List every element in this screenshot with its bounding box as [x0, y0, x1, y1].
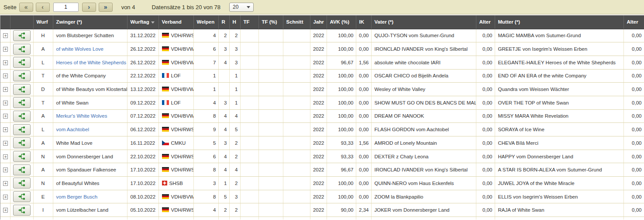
header-schnitt[interactable]: Schnitt: [283, 15, 310, 29]
mutter-cell: SORAYA of Ice Wine: [495, 123, 623, 136]
expand-row-icon[interactable]: +: [3, 127, 8, 132]
expand-row-icon[interactable]: +: [3, 168, 8, 172]
pedigree-button[interactable]: [13, 137, 31, 148]
table-row: + L Heroes of the White Shepherds 26.12.…: [0, 56, 644, 69]
r-cell: 3: [218, 136, 229, 150]
header-mutter[interactable]: Mutter (*): [495, 15, 623, 29]
page-label: Seite: [3, 4, 17, 10]
table-row: + A Merkur's White Wolves 07.12.2022 VDH…: [0, 109, 644, 123]
zwinger-link[interactable]: Heroes of the White Shepherds: [56, 60, 126, 65]
header-h[interactable]: H: [229, 15, 240, 29]
pedigree-tree-icon: [18, 113, 26, 119]
tf-cell: [240, 177, 258, 190]
zwinger-link[interactable]: vom Aachtobel: [56, 127, 89, 132]
header-tf[interactable]: TF: [240, 15, 258, 29]
expand-row-icon[interactable]: +: [3, 154, 8, 159]
expand-row-icon[interactable]: +: [3, 141, 8, 146]
expand-cell: +: [0, 42, 10, 56]
pedigree-button[interactable]: [13, 57, 31, 68]
header-welpen[interactable]: Welpen: [193, 15, 218, 29]
mutter-cell: HAPPY vom Donnersberger Land: [495, 150, 623, 163]
header-pedigree-spacer: [10, 15, 33, 29]
expand-row-icon[interactable]: +: [3, 73, 8, 78]
alter-vater-cell: 0,00: [476, 83, 495, 96]
pedigree-button[interactable]: [13, 111, 31, 122]
mutter-cell: MISSY MARA White Revelation: [495, 109, 623, 123]
welpen-cell: 6: [193, 42, 218, 56]
next-page-button[interactable]: ›: [82, 3, 96, 12]
wurftag-cell: 22.12.2022: [127, 69, 158, 83]
header-avk[interactable]: AVK (%): [327, 15, 356, 29]
expand-row-icon[interactable]: +: [3, 87, 8, 92]
pedigree-button[interactable]: [13, 178, 31, 189]
zwinger-cell: of Beautyful Whites: [53, 177, 127, 190]
pedigree-button[interactable]: [13, 124, 31, 135]
pedigree-button[interactable]: [13, 70, 31, 81]
header-jahr[interactable]: Jahr: [310, 15, 327, 29]
header-verband[interactable]: Verband: [158, 15, 193, 29]
zwinger-cell: Heroes of the White Shepherds: [53, 56, 127, 69]
expand-row-icon[interactable]: +: [3, 195, 8, 199]
pedigree-button[interactable]: [13, 164, 31, 175]
welpen-cell: 4: [193, 96, 218, 109]
pedigree-button[interactable]: [13, 205, 31, 216]
verband-name: VDH/BVWS: [171, 60, 194, 65]
r-cell: 4: [218, 150, 229, 163]
header-wurftag[interactable]: Wurftag: [127, 15, 158, 29]
pedigree-cell: [10, 56, 33, 69]
de-flag-icon: [162, 207, 169, 212]
alter-mutter-cell: 0,00: [623, 150, 644, 163]
page-size-select[interactable]: 20: [229, 3, 254, 12]
header-alter-vater[interactable]: Alter: [476, 15, 495, 29]
zwinger-link[interactable]: of white Wolves Love: [56, 46, 103, 52]
alter-mutter-cell: 0,00: [623, 123, 644, 136]
header-wurf[interactable]: Wurf: [33, 15, 53, 29]
zwinger-cell: of White Swan: [53, 96, 127, 109]
h-cell: 2: [229, 136, 240, 150]
header-alter-mutter[interactable]: Alter: [623, 15, 644, 29]
zwinger-link[interactable]: vom Berger Busch: [56, 194, 98, 199]
zwinger-link[interactable]: Merkur's White Wolves: [56, 113, 107, 119]
mutter-cell: CHEVA Bílá Merci: [495, 136, 623, 150]
tf-cell: [240, 69, 258, 83]
zwinger-name: of White Swan: [56, 100, 89, 105]
ik-cell: 0,00: [356, 29, 371, 42]
first-page-button[interactable]: «: [19, 3, 33, 12]
avk-cell: 100,00: [327, 109, 356, 123]
r-cell: 2: [218, 203, 229, 217]
header-vater[interactable]: Vater (*): [371, 15, 476, 29]
expand-row-icon[interactable]: +: [3, 114, 8, 119]
prev-page-button[interactable]: ‹: [36, 3, 50, 12]
pedigree-button[interactable]: [13, 84, 31, 95]
header-zwinger[interactable]: Zwinger (*): [53, 15, 127, 29]
ik-cell: 0,00: [356, 177, 371, 190]
header-tf-pct[interactable]: TF (%): [258, 15, 283, 29]
page-number-input[interactable]: [53, 3, 79, 12]
expand-row-icon[interactable]: +: [3, 101, 8, 105]
expand-cell: +: [0, 190, 10, 203]
pedigree-button[interactable]: [13, 44, 31, 55]
header-ik[interactable]: IK: [356, 15, 371, 29]
expand-row-icon[interactable]: +: [3, 47, 8, 52]
expand-row-icon[interactable]: +: [3, 33, 8, 38]
welpen-cell: 1: [193, 83, 218, 96]
table-row: + T of White Swan 09.12.2022 LOF 4 3 1 2…: [0, 96, 644, 109]
expand-row-icon[interactable]: +: [3, 60, 8, 65]
table-row: + N vom Donnersberger Land 22.10.2022 VD…: [0, 150, 644, 163]
alter-mutter-cell: 0,00: [623, 29, 644, 42]
pedigree-button[interactable]: [13, 30, 31, 41]
expand-row-icon[interactable]: +: [3, 208, 8, 213]
pedigree-tree-icon: [18, 180, 26, 186]
pedigree-button[interactable]: [13, 191, 31, 202]
zwinger-name: of White Beautys vom Klostertal: [56, 87, 127, 92]
last-page-button[interactable]: »: [99, 3, 113, 12]
de-flag-icon: [162, 46, 169, 51]
schnitt-cell: [283, 42, 310, 56]
pedigree-button[interactable]: [13, 97, 31, 108]
alter-vater-cell: 0,00: [476, 163, 495, 177]
pedigree-button[interactable]: [13, 151, 31, 162]
alter-vater-cell: 0,00: [476, 56, 495, 69]
header-r[interactable]: R: [218, 15, 229, 29]
r-cell: 4: [218, 56, 229, 69]
expand-row-icon[interactable]: +: [3, 181, 8, 186]
